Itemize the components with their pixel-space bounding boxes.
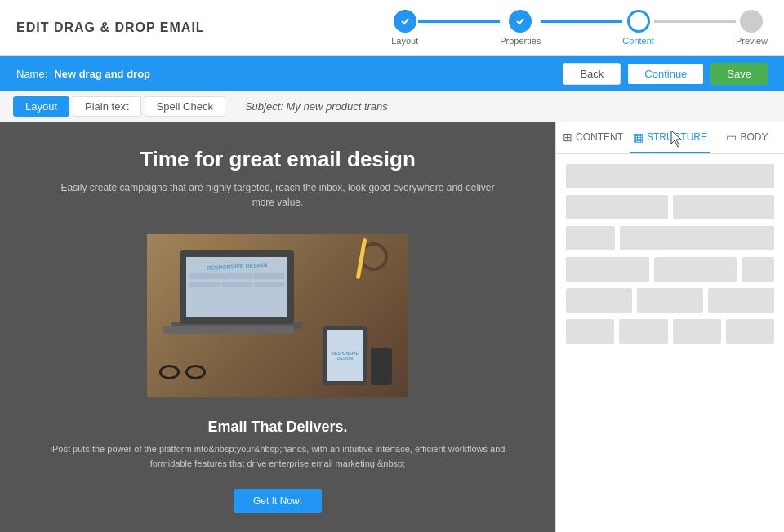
struct-block-3a[interactable] — [566, 226, 615, 250]
email-device-image: RESPONSIVE DESIGN — [147, 234, 408, 397]
step-circle-layout — [394, 10, 416, 33]
subject-label: Subject: — [245, 100, 283, 113]
struct-block-5a[interactable] — [566, 288, 632, 313]
spell-check-tab[interactable]: Spell Check — [145, 96, 225, 117]
connector-3 — [654, 20, 736, 23]
struct-block-full-1[interactable] — [566, 164, 774, 188]
struct-block-6d[interactable] — [726, 319, 774, 344]
structure-tab[interactable]: ▦ STRUCTURE — [630, 122, 710, 153]
connector-1 — [418, 20, 500, 23]
step-label-preview: Preview — [736, 36, 768, 46]
save-button[interactable]: Save — [710, 63, 768, 85]
structure-icon: ▦ — [633, 131, 644, 144]
cta-container: Get It Now! — [49, 479, 506, 523]
struct-block-4b[interactable] — [654, 257, 737, 282]
email-preview[interactable]: Time for great email design Easily creat… — [0, 122, 555, 532]
struct-row-3 — [566, 226, 774, 250]
step-preview: Preview — [736, 10, 768, 46]
email-hero: Time for great email design Easily creat… — [0, 122, 555, 226]
step-label-content: Content — [622, 36, 654, 46]
step-properties: Properties — [500, 10, 541, 46]
screen-layout-blocks — [186, 269, 287, 282]
struct-row-6 — [566, 319, 774, 344]
laptop-screen-inner: RESPONSIVE DESIGN — [186, 257, 287, 317]
email-body-text: Email That Delivers. iPost puts the powe… — [0, 406, 555, 532]
content-tab-label: CONTENT — [576, 131, 623, 143]
laptop: RESPONSIVE DESIGN — [172, 250, 302, 329]
name-value: New drag and drop — [54, 68, 150, 80]
structure-tab-label: STRUCTURE — [647, 131, 707, 143]
connector-2 — [541, 20, 622, 23]
step-circle-content — [627, 10, 650, 33]
name-bar: Name: New drag and drop Back Continue Sa… — [0, 56, 784, 91]
name-bar-left: Name: New drag and drop — [16, 68, 150, 80]
tablet-label: RESPONSIVE DESIGN — [327, 351, 363, 361]
cta-button[interactable]: Get It Now! — [234, 489, 322, 513]
struct-row-5 — [566, 288, 774, 313]
name-label: Name: — [16, 68, 47, 80]
laptop-keyboard — [163, 326, 294, 334]
step-circle-properties — [509, 10, 532, 33]
struct-block-3b[interactable] — [620, 226, 774, 250]
laptop-screen: RESPONSIVE DESIGN — [180, 250, 294, 324]
hero-title: Time for great email design — [49, 147, 506, 172]
right-sidebar: ⊞ CONTENT ▦ STRUCTURE ▭ BODY — [555, 122, 784, 532]
tablet: RESPONSIVE DESIGN — [323, 326, 368, 385]
struct-row-2 — [566, 195, 774, 219]
body-icon: ▭ — [726, 131, 737, 144]
step-content: Content — [622, 10, 654, 46]
struct-block-4c[interactable] — [742, 257, 774, 282]
laptop-visual: RESPONSIVE DESIGN — [147, 234, 408, 397]
name-bar-right: Back Continue Save — [563, 63, 768, 85]
body-text: iPost puts the power of the platform int… — [49, 442, 506, 471]
back-button[interactable]: Back — [563, 63, 621, 85]
hero-subtitle: Easily create campaigns that are highly … — [49, 180, 506, 210]
phone — [371, 348, 392, 385]
step-circle-preview — [740, 10, 763, 33]
struct-block-2b[interactable] — [673, 195, 775, 219]
top-header: EDIT DRAG & DROP EMAIL Layout Properties… — [0, 0, 784, 56]
continue-button[interactable]: Continue — [627, 63, 704, 85]
toolbar: Layout Plain text Spell Check Subject: M… — [0, 91, 784, 122]
glasses — [159, 365, 208, 381]
sidebar-tabs: ⊞ CONTENT ▦ STRUCTURE ▭ BODY — [556, 122, 784, 154]
body-tab-label: BODY — [740, 131, 768, 143]
layout-tab[interactable]: Layout — [13, 96, 69, 117]
body-title: Email That Delivers. — [49, 419, 506, 436]
struct-block-4a[interactable] — [566, 257, 649, 282]
grid-icon: ⊞ — [563, 131, 572, 144]
content-tab[interactable]: ⊞ CONTENT — [556, 122, 630, 153]
stepper: Layout Properties Content Preview — [391, 10, 768, 46]
step-label-properties: Properties — [500, 36, 541, 46]
plain-text-tab[interactable]: Plain text — [73, 96, 140, 117]
step-label-layout: Layout — [391, 36, 418, 46]
structure-grid — [556, 154, 784, 360]
main-area: Time for great email design Easily creat… — [0, 122, 784, 532]
subject-value: My new product trans — [287, 100, 388, 113]
struct-block-6a[interactable] — [566, 319, 614, 344]
body-tab[interactable]: ▭ BODY — [710, 122, 784, 153]
struct-block-5b[interactable] — [637, 288, 703, 313]
struct-row-4 — [566, 257, 774, 282]
email-content: Time for great email design Easily creat… — [0, 122, 555, 532]
subject-line: Subject: My new product trans — [245, 100, 388, 113]
screen-layout-blocks2 — [186, 282, 287, 287]
struct-block-6b[interactable] — [619, 319, 667, 344]
step-layout: Layout — [391, 10, 418, 46]
page-title: EDIT DRAG & DROP EMAIL — [16, 20, 205, 35]
struct-row-1 — [566, 164, 774, 188]
struct-block-2a[interactable] — [566, 195, 668, 219]
struct-block-5c[interactable] — [708, 288, 774, 313]
struct-block-6c[interactable] — [673, 319, 721, 344]
